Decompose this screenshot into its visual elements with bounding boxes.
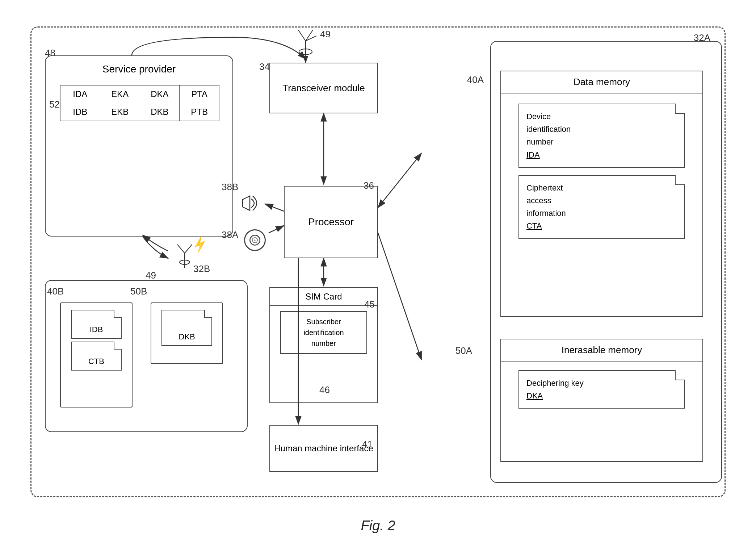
cell-ekb: EKB (100, 103, 140, 121)
service-provider-box: Service provider IDA EKA DKA PTA IDB EKB… (45, 55, 233, 237)
label-46: 46 (319, 384, 330, 396)
doc-ctb: CTB (71, 342, 122, 371)
hmi-label: Human machine interface (274, 443, 373, 454)
card-ciphertext: CiphertextaccessinformationCTA (518, 175, 685, 239)
sim-card-title: SIM Card (270, 288, 377, 306)
cell-dkb: DKB (140, 103, 180, 121)
ciphertext-text: CiphertextaccessinformationCTA (526, 181, 677, 233)
label-32a: 32A (694, 32, 710, 43)
label-45: 45 (364, 299, 375, 310)
doc-idb-label: IDB (90, 325, 103, 334)
card-corner-2 (675, 175, 685, 185)
label-49-bot: 49 (146, 270, 156, 281)
doc-idb: IDB (71, 310, 122, 339)
card-device-id: DeviceidentificationnumberIDA (518, 104, 685, 168)
transceiver-label: Transceiver module (282, 83, 365, 94)
box-40b: IDB CTB (60, 302, 133, 408)
label-36: 36 (364, 180, 374, 191)
label-50b: 50B (130, 286, 147, 297)
doc-dkb: DKB (161, 310, 212, 346)
label-34: 34 (259, 61, 270, 72)
label-40b: 40B (47, 286, 64, 297)
decipher-text: Deciphering keyDKA (526, 377, 677, 402)
label-32b: 32B (193, 263, 210, 275)
processor-label: Processor (308, 216, 354, 228)
label-48: 48 (45, 47, 55, 59)
processor-box: Processor (284, 186, 378, 258)
doc-corner-idb (114, 310, 122, 318)
device-32b-box: IDB CTB DKB (45, 280, 248, 432)
mic-icon (244, 229, 266, 251)
data-memory-box: Data memory DeviceidentificationnumberID… (500, 71, 703, 317)
doc-corner-dkb (204, 310, 212, 318)
antenna-main (291, 26, 320, 64)
mic-inner (249, 235, 260, 246)
doc-corner-ctb (114, 342, 122, 350)
cell-dka: DKA (140, 85, 180, 103)
label-50a: 50A (455, 345, 472, 356)
label-52: 52 (49, 99, 60, 110)
data-memory-title: Data memory (501, 71, 702, 93)
card-corner-1 (675, 104, 685, 114)
diagram: 30 Service provider IDA EKA DKA PTA IDB … (23, 19, 733, 541)
box-50b: DKB (151, 302, 223, 364)
device-32a-box: Data memory DeviceidentificationnumberID… (490, 41, 722, 483)
doc-ctb-label: CTB (88, 357, 104, 366)
cell-idb: IDB (60, 103, 100, 121)
device-id-text: DeviceidentificationnumberIDA (526, 110, 677, 161)
hmi-box: Human machine interface (269, 425, 378, 472)
doc-dkb-label: DKB (178, 332, 195, 342)
transceiver-box: Transceiver module (269, 63, 378, 113)
label-38b: 38B (222, 181, 238, 193)
cell-ptb: PTB (180, 103, 219, 121)
svg-line-3 (298, 30, 306, 41)
antenna-svg (291, 26, 320, 63)
svg-marker-5 (243, 196, 250, 210)
speaker-icon (239, 189, 264, 218)
label-40a: 40A (467, 74, 484, 85)
sim-text: Subscriberidentificationnumber (303, 318, 344, 347)
cell-eka: EKA (100, 85, 140, 103)
sp-table: IDA EKA DKA PTA IDB EKB DKB PTB (60, 85, 219, 121)
label-49-top: 49 (320, 29, 331, 40)
service-provider-label: Service provider (46, 63, 232, 75)
sim-inner: Subscriberidentificationnumber (280, 311, 367, 354)
inerasable-memory-title: Inerasable memory (501, 339, 702, 362)
svg-line-9 (177, 245, 185, 253)
inerasable-memory-box: Inerasable memory Deciphering keyDKA (500, 339, 703, 462)
card-decipher: Deciphering keyDKA (518, 370, 685, 409)
label-41: 41 (362, 439, 373, 450)
fig-caption: Fig. 2 (361, 518, 395, 534)
label-38a: 38A (222, 229, 238, 241)
svg-line-8 (185, 245, 192, 253)
speaker-container (239, 189, 264, 219)
card-corner-3 (675, 370, 685, 380)
cell-ida: IDA (60, 85, 100, 103)
cell-pta: PTA (180, 85, 219, 103)
